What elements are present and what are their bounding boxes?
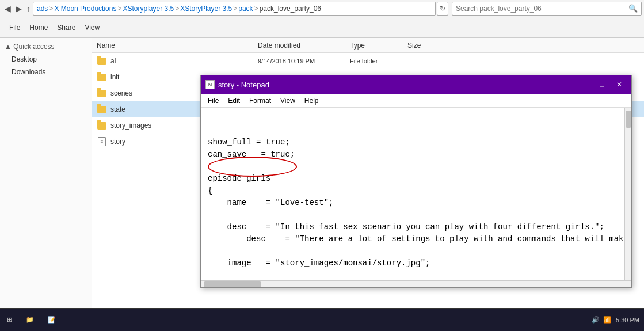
address-bar[interactable]: ads > X Moon Productions > XStoryplayer … bbox=[33, 2, 436, 16]
nav-panel: ▲ Quick access Desktop Downloads bbox=[0, 38, 92, 318]
vertical-scrollbar[interactable] bbox=[624, 108, 631, 280]
table-row[interactable]: ai 9/14/2018 10:19 PM File folder bbox=[92, 53, 644, 69]
menu-edit[interactable]: Edit bbox=[223, 96, 245, 106]
col-header-date[interactable]: Date modified bbox=[258, 41, 350, 50]
sep1: > bbox=[49, 5, 53, 13]
notepad-titlebar: N story - Notepad — □ ✕ bbox=[201, 75, 631, 94]
start-button[interactable]: ⊞ bbox=[0, 310, 19, 330]
tray-network-icon: 🔊 bbox=[592, 316, 600, 324]
tray-icons: 🔊 📶 bbox=[592, 316, 611, 324]
search-icon[interactable]: 🔍 bbox=[628, 4, 638, 13]
file-name-ai: ai bbox=[97, 56, 258, 66]
file-icon bbox=[97, 136, 107, 147]
nav-item-downloads[interactable]: Downloads bbox=[0, 66, 92, 78]
taskbar-time: 5:30 PM bbox=[616, 317, 639, 324]
search-input[interactable] bbox=[456, 5, 628, 13]
menu-view[interactable]: View bbox=[276, 96, 300, 106]
file-type-ai: File folder bbox=[350, 58, 407, 64]
horizontal-scrollbar[interactable] bbox=[201, 280, 631, 287]
notepad-content: show_full = true; can_save = true; episo… bbox=[201, 108, 631, 280]
folder-icon bbox=[97, 120, 107, 131]
sep5: > bbox=[254, 5, 258, 13]
col-header-name[interactable]: Name bbox=[97, 41, 258, 50]
column-header: Name Date modified Type Size bbox=[92, 38, 644, 53]
explorer-titlebar: ◀ ▶ ↑ ads > X Moon Productions > XStoryp… bbox=[0, 0, 644, 17]
code-line: show_full = true; bbox=[208, 138, 290, 147]
scrollbar-thumb-h[interactable] bbox=[204, 281, 261, 287]
breadcrumb-xstoryplayer[interactable]: XStoryplayer 3.5 bbox=[123, 5, 174, 13]
menu-help[interactable]: Help bbox=[300, 96, 323, 106]
scrollbar-thumb-v[interactable] bbox=[626, 111, 631, 128]
folder-icon bbox=[97, 72, 107, 82]
notepad-app-icon: N bbox=[205, 80, 215, 89]
code-line: episode girls bbox=[208, 174, 270, 183]
col-header-size[interactable]: Size bbox=[407, 41, 454, 50]
sep4: > bbox=[233, 5, 237, 13]
breadcrumb-pack[interactable]: pack bbox=[238, 5, 253, 13]
tray-volume-icon: 📶 bbox=[603, 316, 611, 324]
ribbon-share[interactable]: Share bbox=[52, 21, 80, 34]
folder-icon bbox=[97, 88, 107, 98]
sep3: > bbox=[175, 5, 179, 13]
notepad-textarea[interactable]: show_full = true; can_save = true; episo… bbox=[201, 108, 624, 280]
search-bar[interactable]: 🔍 bbox=[452, 2, 642, 16]
breadcrumb-moon[interactable]: X Moon Productions bbox=[54, 5, 116, 13]
file-explorer-taskbar[interactable]: 📁 bbox=[19, 310, 41, 330]
col-header-type[interactable]: Type bbox=[350, 41, 407, 50]
close-button[interactable]: ✕ bbox=[612, 79, 627, 90]
folder-icon bbox=[97, 104, 107, 115]
back-button[interactable]: ◀ bbox=[2, 4, 13, 13]
notepad-title: story - Notepad bbox=[218, 81, 577, 89]
forward-button[interactable]: ▶ bbox=[13, 4, 24, 13]
taskbar: ⊞ 📁 📝 🔊 📶 5:30 PM bbox=[0, 308, 644, 331]
code-line: desc = "There are a lot of settings to p… bbox=[208, 234, 624, 244]
code-line: { bbox=[208, 186, 212, 195]
up-button[interactable]: ↑ bbox=[24, 4, 33, 13]
nav-item-quick-access[interactable]: ▲ Quick access bbox=[0, 40, 92, 53]
code-line: desc = "In this fast sex scenario you ca… bbox=[208, 222, 604, 231]
nav-item-desktop[interactable]: Desktop bbox=[0, 53, 92, 66]
ribbon-file[interactable]: File bbox=[5, 21, 25, 34]
code-line: image = "story_images/monsai/story.jpg"; bbox=[208, 258, 430, 268]
folder-icon bbox=[97, 56, 107, 66]
window-controls: — □ ✕ bbox=[577, 79, 627, 90]
notepad-window: N story - Notepad — □ ✕ File Edit Format… bbox=[200, 75, 632, 288]
minimize-button[interactable]: — bbox=[577, 79, 592, 90]
windows-icon: ⊞ bbox=[7, 316, 12, 324]
menu-file[interactable]: File bbox=[203, 96, 223, 106]
menu-format[interactable]: Format bbox=[245, 96, 276, 106]
breadcrumb-xstoryplayer35[interactable]: XStoryPlayer 3.5 bbox=[180, 5, 232, 13]
ribbon-view[interactable]: View bbox=[80, 21, 104, 34]
file-date-ai: 9/14/2018 10:19 PM bbox=[258, 58, 350, 64]
notepad-taskbar-icon: 📝 bbox=[48, 316, 56, 324]
maximize-button[interactable]: □ bbox=[595, 79, 609, 90]
sep2: > bbox=[117, 5, 121, 13]
ribbon: File Home Share View bbox=[0, 17, 644, 38]
ribbon-home[interactable]: Home bbox=[25, 21, 52, 34]
code-line: can_save = true; bbox=[208, 150, 295, 159]
folder-taskbar-icon: 📁 bbox=[26, 316, 34, 324]
breadcrumb-current: pack_love_party_06 bbox=[260, 5, 321, 13]
notepad-taskbar[interactable]: 📝 bbox=[41, 310, 63, 330]
breadcrumb-ads[interactable]: ads bbox=[37, 5, 48, 13]
refresh-button[interactable]: ↻ bbox=[437, 2, 448, 16]
taskbar-right: 🔊 📶 5:30 PM bbox=[592, 316, 644, 324]
notepad-menubar: File Edit Format View Help bbox=[201, 94, 631, 108]
code-line: name = "Love-test"; bbox=[208, 198, 333, 207]
